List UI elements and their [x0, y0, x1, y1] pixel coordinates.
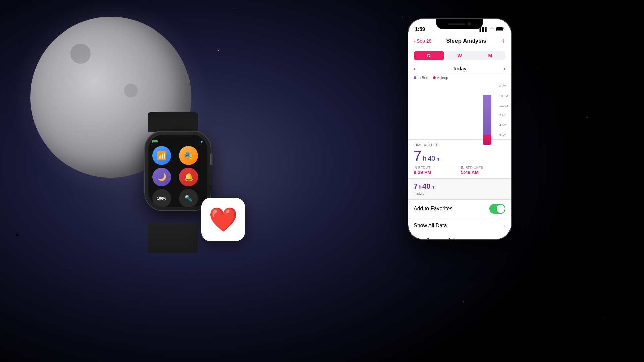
watch-body: ▶ 📶 🎭 🌙 🔔 100% — [144, 131, 211, 211]
chart-label-8pm: 8 PM — [499, 84, 508, 88]
star — [587, 117, 587, 118]
inbed-bar — [483, 95, 491, 135]
status-icons: ▌▌▌ — [479, 27, 504, 32]
battery-icon — [496, 27, 504, 32]
phone-notch — [436, 19, 483, 29]
watch-wifi-button[interactable]: 📶 — [152, 146, 171, 165]
watch-screen: ▶ 📶 🎭 🌙 🔔 100% — [148, 135, 207, 207]
inbed-at: IN BED AT 9:39 PM — [414, 166, 458, 175]
watch-battery-icon — [152, 140, 158, 143]
chart-label-10pm: 10 PM — [499, 94, 508, 98]
star — [67, 268, 67, 268]
summary-minutes-unit: m — [432, 184, 436, 190]
favorites-option[interactable]: Add to Favorites — [408, 200, 511, 218]
watch-band-bottom — [148, 223, 198, 253]
chart-time-labels: 8 PM 10 PM 12 AM 2 AM 4 AM 6 AM — [499, 81, 508, 139]
star — [537, 67, 537, 68]
health-app-icon[interactable]: ❤️ — [201, 198, 245, 241]
sleep-hours-unit: h — [423, 155, 426, 162]
phone-screen: 1:59 ▌▌▌ — [408, 19, 511, 239]
summary-hours-unit: h — [419, 184, 421, 190]
summary-hours: 7 — [414, 182, 418, 191]
back-button[interactable]: ‹ Sep 28 — [414, 38, 431, 45]
star — [17, 235, 17, 235]
wifi-icon — [490, 27, 494, 32]
favorites-label: Add to Favorites — [414, 206, 453, 212]
heart-icon: ❤️ — [209, 206, 238, 233]
sleep-minutes: 40 — [428, 155, 435, 162]
date-label: Today — [453, 66, 466, 71]
watch-theater-button[interactable]: 🎭 — [179, 146, 198, 165]
svg-rect-1 — [503, 28, 504, 29]
notch-camera — [468, 22, 471, 26]
sleep-chart: 8 PM 10 PM 12 AM 2 AM 4 AM 6 AM — [408, 81, 511, 140]
chart-label-4am: 4 AM — [499, 123, 508, 127]
date-nav: ‹ Today › — [408, 63, 511, 74]
watch-controls: 📶 🎭 🌙 🔔 — [152, 146, 203, 186]
chart-label-12am: 12 AM — [499, 104, 508, 107]
summary-minutes: 40 — [422, 182, 430, 191]
chart-legend: In Bed Asleep — [408, 74, 511, 81]
bed-info: IN BED AT 9:39 PM IN BED UNTIL 5:49 AM — [414, 166, 505, 175]
star — [218, 50, 219, 51]
segment-control: D W M — [414, 51, 505, 60]
asleep-label: Asleep — [437, 76, 448, 80]
sleep-stats: TIME ASLEEP 7 h 40 m IN BED AT 9:39 PM I… — [408, 140, 511, 179]
star — [235, 10, 235, 11]
chart-label-6am: 6 AM — [499, 133, 508, 136]
add-button[interactable]: + — [501, 37, 505, 45]
summary-strip: 7 h 40 m Today — [408, 179, 511, 200]
status-time: 1:59 — [415, 26, 425, 32]
options-list: Add to Favorites Show All Data › Data So… — [408, 200, 511, 239]
inbed-until-value: 5:49 AM — [461, 170, 505, 175]
watch-location-icon: ▶ — [201, 140, 203, 143]
legend-asleep: Asleep — [433, 76, 448, 80]
show-all-data-chevron: › — [504, 223, 505, 228]
prev-date-button[interactable]: ‹ — [414, 65, 416, 72]
phone-body: 1:59 ▌▌▌ — [408, 18, 512, 240]
chart-label-2am: 2 AM — [499, 114, 508, 117]
star — [604, 318, 604, 319]
watch-crown — [210, 153, 213, 165]
show-all-data-label: Show All Data — [414, 223, 447, 229]
data-sources-chevron: › — [504, 238, 505, 239]
show-all-data-option[interactable]: Show All Data › — [408, 218, 511, 233]
time-asleep-value: 7 h 40 m — [414, 148, 505, 164]
header-title: Sleep Analysis — [446, 38, 486, 44]
phone-header: ‹ Sep 28 Sleep Analysis + — [408, 34, 511, 48]
time-asleep-label: TIME ASLEEP — [414, 143, 505, 147]
back-label: Sep 28 — [417, 38, 431, 44]
inbed-until: IN BED UNTIL 5:49 AM — [461, 166, 505, 175]
inbed-dot — [414, 76, 416, 79]
watch-alert-button[interactable]: 🔔 — [179, 168, 198, 186]
next-date-button[interactable]: › — [503, 65, 505, 72]
watch-moon-button[interactable]: 🌙 — [152, 168, 171, 186]
svg-rect-2 — [496, 27, 503, 30]
inbed-at-label: IN BED AT — [414, 166, 458, 170]
legend-inbed: In Bed — [414, 76, 428, 80]
signal-icon: ▌▌▌ — [479, 27, 488, 32]
sleep-hours: 7 — [414, 148, 421, 164]
star — [302, 34, 302, 34]
asleep-bar — [483, 135, 491, 145]
asleep-dot — [433, 76, 436, 79]
segment-month-button[interactable]: M — [475, 51, 505, 60]
watch-flashlight-button[interactable]: 🔦 — [179, 189, 198, 207]
star — [402, 17, 403, 17]
watch-status-bar: ▶ — [152, 140, 203, 143]
sleep-minutes-unit: m — [437, 156, 441, 162]
segment-container: D W M — [408, 48, 511, 63]
segment-day-button[interactable]: D — [414, 51, 444, 60]
data-sources-option[interactable]: Data Sources & Access › — [408, 233, 511, 239]
notch-speaker — [448, 23, 465, 25]
star — [463, 302, 464, 302]
watch-band-top — [148, 112, 198, 132]
segment-week-button[interactable]: W — [444, 51, 475, 60]
watch-bottom-row: 100% 🔦 — [152, 189, 203, 207]
favorites-toggle[interactable] — [489, 204, 505, 214]
data-sources-label: Data Sources & Access — [414, 238, 470, 239]
watch-battery-percent: 100% — [152, 189, 171, 207]
summary-today-label: Today — [414, 191, 505, 196]
summary-time: 7 h 40 m — [414, 182, 505, 191]
inbed-until-label: IN BED UNTIL — [461, 166, 505, 170]
